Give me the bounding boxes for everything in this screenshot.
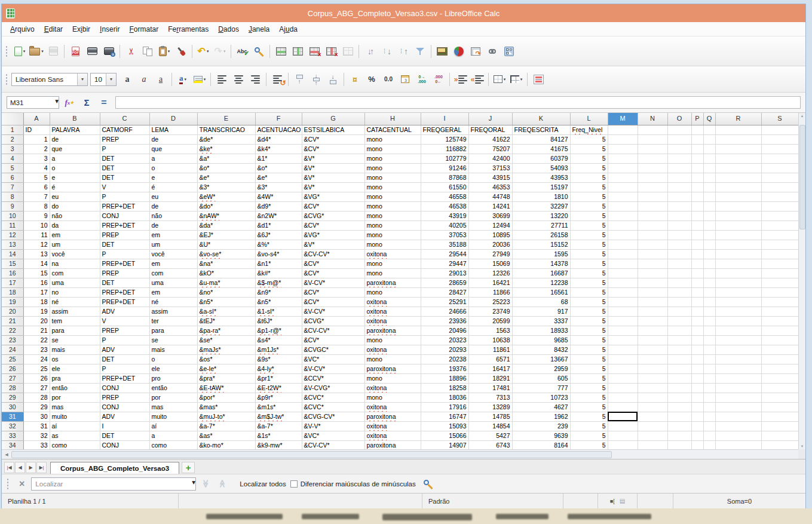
cell[interactable]: CATMORF <box>100 125 149 134</box>
cell[interactable]: &6J* <box>255 230 302 240</box>
row-header-21[interactable]: 21 <box>2 316 23 326</box>
font-size-combo[interactable]: 10 ▾ <box>90 73 117 86</box>
cell[interactable] <box>703 287 715 297</box>
cell[interactable] <box>638 211 667 220</box>
cell[interactable] <box>761 192 798 201</box>
cell[interactable]: 23936 <box>421 316 468 326</box>
column-header-E[interactable]: E <box>197 113 255 125</box>
previous-sheet-button[interactable]: ◀ <box>15 462 25 473</box>
cell[interactable]: 1563 <box>468 326 512 335</box>
menu-formatar[interactable]: Formatar <box>124 23 163 36</box>
cell[interactable]: oxitona <box>364 307 421 316</box>
cell[interactable]: 8432 <box>512 345 570 354</box>
cell[interactable]: aí <box>149 421 197 431</box>
find-replace-button[interactable] <box>251 44 266 59</box>
equals-button[interactable]: = <box>97 96 111 110</box>
toolbar-grip[interactable] <box>7 478 9 490</box>
toolbar-grip[interactable] <box>5 45 8 57</box>
cell[interactable] <box>691 335 703 345</box>
center-vertically-button[interactable]: ↓↑ <box>308 72 324 87</box>
select-all-corner[interactable] <box>2 113 23 125</box>
cell[interactable] <box>638 125 667 134</box>
insert-chart-button[interactable] <box>451 44 467 59</box>
cell[interactable] <box>761 211 798 220</box>
cell[interactable]: P <box>100 192 149 201</box>
cell[interactable]: tem <box>50 316 100 326</box>
chevron-down-icon[interactable]: ▾ <box>207 49 209 54</box>
cell[interactable] <box>638 412 667 421</box>
cell[interactable]: &por* <box>197 393 255 402</box>
row-header-23[interactable]: 23 <box>2 335 23 345</box>
cell[interactable]: 14785 <box>468 412 512 421</box>
cell[interactable]: ter <box>149 316 197 326</box>
column-header-G[interactable]: G <box>302 113 364 125</box>
cell[interactable]: &vo-se* <box>197 249 255 259</box>
cell[interactable]: paroxitona <box>364 440 421 450</box>
row-header-11[interactable]: 11 <box>2 220 23 230</box>
cell[interactable]: &VC* <box>302 431 364 440</box>
cell[interactable]: 60379 <box>512 154 570 163</box>
font-name-combo[interactable]: Liberation Sans ▾ <box>11 73 88 86</box>
cell[interactable]: PALAVRA <box>50 125 100 134</box>
cell[interactable] <box>715 326 761 335</box>
cell[interactable] <box>761 307 798 316</box>
cell[interactable]: &o* <box>255 163 302 173</box>
cell[interactable]: 10895 <box>468 230 512 240</box>
cell[interactable]: &a-7* <box>255 421 302 431</box>
chevron-down-icon[interactable]: ▾ <box>106 73 116 85</box>
cell[interactable]: &s4* <box>255 335 302 345</box>
cell[interactable] <box>761 163 798 173</box>
cell[interactable] <box>703 383 715 393</box>
vertical-scrollbar[interactable]: ▲ ▼ <box>798 113 805 449</box>
column-header-P[interactable]: P <box>691 113 703 125</box>
cell[interactable]: &CV* <box>302 220 364 230</box>
cell[interactable] <box>691 316 703 326</box>
cell[interactable] <box>608 182 638 192</box>
add-sheet-button[interactable]: + <box>182 462 195 473</box>
cell[interactable] <box>667 287 691 297</box>
cell[interactable] <box>761 182 798 192</box>
cell[interactable]: 25291 <box>421 297 468 307</box>
cell[interactable]: &1s* <box>255 431 302 440</box>
cell[interactable]: 5 <box>570 364 608 373</box>
cell[interactable]: &V* <box>302 163 364 173</box>
cell[interactable]: 5 <box>570 211 608 220</box>
cell[interactable] <box>608 278 638 287</box>
cell[interactable]: 28659 <box>421 278 468 287</box>
first-sheet-button[interactable]: |◀ <box>4 462 14 473</box>
cell[interactable]: DET <box>100 431 149 440</box>
cell[interactable] <box>638 335 667 345</box>
cell[interactable]: 20036 <box>468 240 512 249</box>
cell[interactable]: &k4* <box>255 144 302 154</box>
cell[interactable]: mono <box>364 201 421 211</box>
cell[interactable]: &VG* <box>302 192 364 201</box>
cell[interactable] <box>761 402 798 412</box>
cell[interactable]: a <box>149 154 197 163</box>
cell[interactable]: 5 <box>570 345 608 354</box>
cell[interactable]: 25223 <box>468 297 512 307</box>
cell[interactable]: então <box>149 383 197 393</box>
cell[interactable]: oxitona <box>364 316 421 326</box>
cell[interactable]: oxitona <box>364 297 421 307</box>
cell[interactable] <box>667 373 691 383</box>
cell[interactable]: &a-7* <box>197 421 255 431</box>
cell[interactable] <box>761 134 798 144</box>
cell[interactable]: PREP+DET <box>100 287 149 297</box>
row-header-34[interactable]: 34 <box>2 440 23 450</box>
horizontal-scrollbar[interactable]: ◀ <box>2 449 798 459</box>
cell[interactable]: 15093 <box>421 421 468 431</box>
cell[interactable]: pro <box>149 373 197 383</box>
cell[interactable]: I <box>100 421 149 431</box>
cell[interactable]: em <box>149 230 197 240</box>
new-document-button[interactable]: ▾ <box>12 44 27 59</box>
cell[interactable]: 239 <box>512 421 570 431</box>
cell[interactable]: &m1Js* <box>255 345 302 354</box>
cell[interactable]: de <box>50 134 100 144</box>
cell[interactable]: 44748 <box>468 192 512 201</box>
cell[interactable]: mono <box>364 268 421 278</box>
cell[interactable]: 20599 <box>468 316 512 326</box>
cell[interactable]: 125749 <box>421 134 468 144</box>
horizontal-scroll-thumb[interactable] <box>11 451 612 458</box>
cell[interactable] <box>715 173 761 182</box>
cell[interactable]: 7313 <box>468 393 512 402</box>
